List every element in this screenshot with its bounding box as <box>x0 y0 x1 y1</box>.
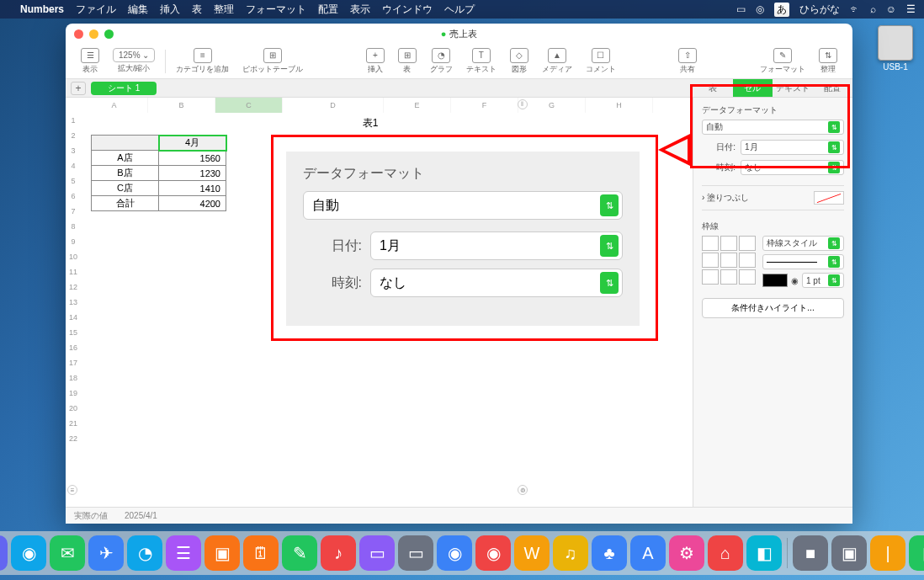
tb-category[interactable]: ≡カテゴリを追加 <box>169 48 236 75</box>
cell-month-header[interactable]: 4月 <box>159 136 226 151</box>
row-header[interactable]: 5 <box>66 173 81 189</box>
tb-shape[interactable]: ◇図形 <box>503 48 535 75</box>
minimize-icon[interactable] <box>89 29 98 39</box>
dock-app-icon[interactable]: ▭ <box>398 535 433 571</box>
table-title[interactable]: 表1 <box>81 113 660 134</box>
cell-value[interactable]: 1560 <box>159 151 226 166</box>
dock-app-icon[interactable]: ▣ <box>204 535 240 571</box>
menu-organize[interactable]: 整理 <box>214 3 234 17</box>
fill-swatch[interactable] <box>814 191 844 205</box>
dock-app-icon[interactable]: ▣ <box>831 535 867 571</box>
row-header[interactable]: 11 <box>66 264 81 279</box>
row-header[interactable]: 21 <box>66 416 81 431</box>
zoom-select[interactable]: 125% ⌄ <box>113 48 155 62</box>
inspector-tab-cell[interactable]: セル <box>733 79 773 97</box>
tb-comment[interactable]: ☐コメント <box>579 48 623 75</box>
border-width-stepper[interactable]: 1 pt⇅ <box>802 273 844 288</box>
dock-app-icon[interactable]: A <box>630 535 666 571</box>
dock-app-icon[interactable]: ◧ <box>746 535 782 571</box>
scroll-handle-icon[interactable]: ⫴ <box>518 99 528 109</box>
menu-help[interactable]: ヘルプ <box>444 3 475 17</box>
control-center-icon[interactable]: ☰ <box>906 3 916 15</box>
battery-icon[interactable]: ▭ <box>736 3 746 15</box>
wifi-icon[interactable]: ᯤ <box>850 3 860 15</box>
column-header[interactable]: B <box>148 98 215 113</box>
inspector-tab-table[interactable]: 表 <box>693 79 733 97</box>
dock-app-icon[interactable]: ◉ <box>475 535 511 571</box>
cell-value[interactable]: 4200 <box>159 196 226 211</box>
row-header[interactable]: 22 <box>66 431 81 446</box>
maximize-icon[interactable] <box>104 29 114 39</box>
tb-organize[interactable]: ⇅整理 <box>812 48 844 75</box>
scroll-handle-icon[interactable]: ⊚ <box>518 485 528 495</box>
tb-format[interactable]: ✎フォーマット <box>753 48 812 75</box>
tb-pivot[interactable]: ⊞ピボットテーブル <box>236 48 310 75</box>
dock-app-icon[interactable]: ⌂ <box>708 535 743 571</box>
callout-date-select[interactable]: 1月⇅ <box>370 231 623 260</box>
dock-app-icon[interactable]: ♪ <box>321 535 356 571</box>
border-style-select[interactable]: 枠線スタイル⇅ <box>762 236 844 251</box>
border-line-select[interactable]: ⇅ <box>762 254 844 269</box>
date-select[interactable]: 1月⇅ <box>741 140 844 155</box>
menu-insert[interactable]: 挿入 <box>160 3 180 17</box>
inspector-tab-text[interactable]: テキスト <box>773 79 813 97</box>
desktop-drive[interactable]: USB-1 <box>874 25 917 72</box>
dock-app-icon[interactable]: 🗓 <box>243 535 279 571</box>
ime-badge[interactable]: あ <box>774 3 789 17</box>
dock-app-icon[interactable]: ◉ <box>437 535 472 571</box>
dock-app-icon[interactable]: ✎ <box>282 535 317 571</box>
row-header[interactable]: 12 <box>66 279 81 295</box>
tb-insert[interactable]: +挿入 <box>359 48 391 75</box>
row-header[interactable]: 6 <box>66 189 81 204</box>
menu-edit[interactable]: 編集 <box>128 3 148 17</box>
row-header[interactable]: 10 <box>66 249 81 264</box>
ime-label[interactable]: ひらがな <box>799 3 840 17</box>
tb-media[interactable]: ▲メディア <box>535 48 579 75</box>
cell-store[interactable]: B店 <box>92 166 159 181</box>
column-header[interactable]: H <box>586 98 653 113</box>
time-select[interactable]: なし⇅ <box>741 160 844 175</box>
dock-app-icon[interactable]: ♫ <box>553 535 588 571</box>
row-header[interactable]: 4 <box>66 158 81 173</box>
tb-view[interactable]: ☰表示 <box>74 48 106 75</box>
row-header[interactable]: 20 <box>66 401 81 416</box>
cell-value[interactable]: 1230 <box>159 166 226 181</box>
row-header[interactable]: 15 <box>66 325 81 340</box>
callout-time-select[interactable]: なし⇅ <box>370 269 623 297</box>
menu-view[interactable]: 表示 <box>350 3 370 17</box>
border-picker[interactable] <box>702 236 756 285</box>
dock-app-icon[interactable]: ♣ <box>592 535 627 571</box>
dock-app-icon[interactable]: ⊞ <box>0 535 8 571</box>
sheet-tab[interactable]: シート 1 <box>91 82 157 95</box>
dock-app-icon[interactable]: ▮ <box>909 535 924 571</box>
row-header[interactable]: 1 <box>66 113 81 128</box>
tb-zoom[interactable]: 125% ⌄拡大/縮小 <box>106 48 162 74</box>
menu-table[interactable]: 表 <box>192 3 202 17</box>
column-header[interactable]: E <box>384 98 451 113</box>
search-icon[interactable]: ⌕ <box>870 3 876 15</box>
row-header[interactable]: 14 <box>66 310 81 325</box>
row-header[interactable]: 17 <box>66 355 81 370</box>
dock-app-icon[interactable]: ◔ <box>127 535 162 571</box>
dock-app-icon[interactable]: ■ <box>793 535 828 571</box>
dock-app-icon[interactable]: ✉ <box>50 535 85 571</box>
row-header[interactable]: 7 <box>66 204 81 219</box>
tb-text[interactable]: Tテキスト <box>459 48 503 75</box>
cell-value[interactable]: 1410 <box>159 181 226 196</box>
row-header[interactable]: 9 <box>66 234 81 249</box>
inspector-tab-layout[interactable]: 配置 <box>813 79 853 97</box>
row-header[interactable]: 3 <box>66 143 81 158</box>
menu-arrange[interactable]: 配置 <box>318 3 338 17</box>
row-header[interactable]: 2 <box>66 128 81 143</box>
column-header[interactable]: G <box>518 98 586 113</box>
column-header[interactable]: D <box>283 98 384 113</box>
dock-app-icon[interactable]: ☰ <box>166 535 201 571</box>
tb-table[interactable]: ⊞表 <box>391 48 423 75</box>
spotlight-icon[interactable]: ◎ <box>756 3 764 15</box>
user-icon[interactable]: ☺ <box>886 3 896 15</box>
dock-app-icon[interactable]: | <box>870 535 905 571</box>
callout-format-select[interactable]: 自動⇅ <box>303 191 623 220</box>
cell-store[interactable]: A店 <box>92 151 159 166</box>
data-format-select[interactable]: 自動⇅ <box>702 120 844 135</box>
dock-app-icon[interactable]: ✈ <box>88 535 124 571</box>
